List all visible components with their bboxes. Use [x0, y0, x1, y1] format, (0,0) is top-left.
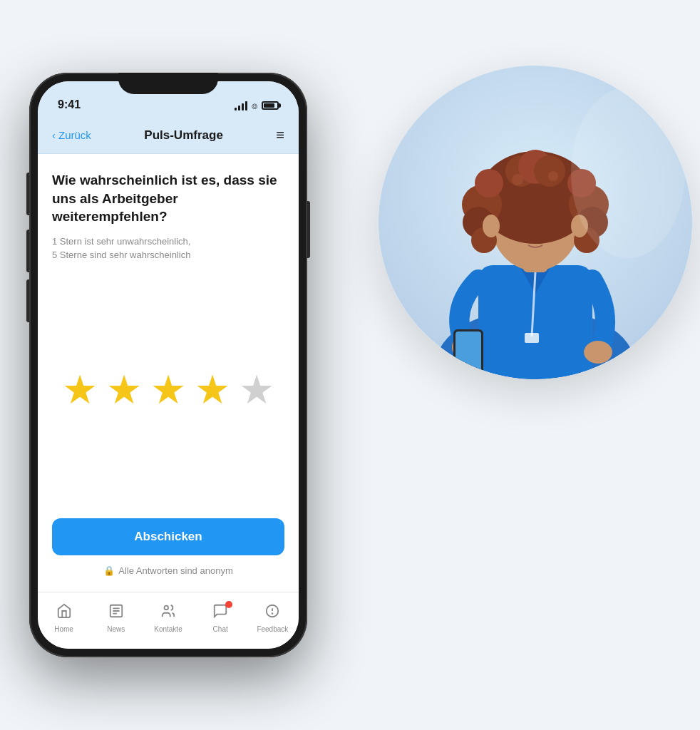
lock-icon: 🔒: [103, 565, 115, 576]
star-3[interactable]: ★: [150, 370, 186, 410]
home-icon: [56, 603, 72, 623]
star-rating[interactable]: ★ ★ ★ ★ ★: [62, 370, 274, 410]
tab-chat-label: Chat: [213, 625, 228, 633]
svg-point-42: [571, 87, 685, 258]
feedback-icon: [264, 603, 280, 623]
person-image: [379, 66, 692, 379]
star-4[interactable]: ★: [195, 370, 230, 410]
scene: 9:41 ⌾ ‹ Zurück Puls-Umfrage: [29, 23, 671, 707]
star-5[interactable]: ★: [239, 370, 274, 410]
star-2[interactable]: ★: [106, 370, 142, 410]
tab-news-label: News: [107, 625, 125, 633]
star-1[interactable]: ★: [62, 370, 98, 410]
svg-point-30: [475, 169, 503, 197]
chat-icon: [212, 603, 228, 623]
chat-badge: [225, 601, 232, 608]
submit-button[interactable]: Abschicken: [52, 518, 284, 555]
svg-point-18: [584, 341, 612, 364]
svg-point-4: [164, 605, 168, 610]
question-subtitle: 1 Stern ist sehr unwahrscheinlich, 5 Ste…: [52, 235, 284, 262]
stars-area: ★ ★ ★ ★ ★: [52, 262, 284, 518]
news-icon: [108, 603, 124, 623]
tab-bar: Home News: [38, 592, 299, 649]
anon-notice: 🔒 Alle Antworten sind anonym: [52, 565, 284, 576]
tab-home-label: Home: [54, 625, 73, 633]
tab-feedback[interactable]: Feedback: [251, 603, 294, 633]
status-time: 9:41: [58, 98, 81, 111]
tab-kontakte[interactable]: Kontakte: [147, 603, 190, 633]
status-icons: ⌾: [235, 100, 279, 111]
wifi-icon: ⌾: [252, 100, 257, 111]
phone-screen: 9:41 ⌾ ‹ Zurück Puls-Umfrage: [38, 81, 299, 649]
kontakte-icon: [160, 603, 176, 623]
tab-feedback-label: Feedback: [257, 625, 288, 633]
signal-icon: [235, 101, 247, 110]
menu-icon[interactable]: ≡: [276, 127, 284, 143]
question-title: Wie wahrscheinlich ist es, dass sie uns …: [52, 171, 284, 226]
phone-notch: [118, 73, 218, 94]
svg-point-38: [512, 174, 523, 185]
tab-chat[interactable]: Chat: [199, 603, 242, 633]
chevron-left-icon: ‹: [52, 129, 56, 141]
page-title: Puls-Umfrage: [144, 128, 223, 143]
svg-rect-14: [525, 333, 539, 343]
main-content: Wie wahrscheinlich ist es, dass sie uns …: [38, 154, 299, 592]
tab-news[interactable]: News: [95, 603, 138, 633]
svg-point-39: [548, 171, 558, 181]
svg-point-7: [272, 613, 273, 614]
battery-icon: [262, 101, 279, 110]
back-label: Zurück: [58, 129, 91, 141]
svg-point-37: [534, 155, 565, 187]
back-button[interactable]: ‹ Zurück: [52, 129, 91, 141]
tab-kontakte-label: Kontakte: [154, 625, 182, 633]
nav-bar: ‹ Zurück Puls-Umfrage ≡: [38, 117, 299, 154]
tab-home[interactable]: Home: [43, 603, 86, 633]
svg-point-40: [483, 215, 500, 237]
phone-frame: 9:41 ⌾ ‹ Zurück Puls-Umfrage: [29, 73, 307, 657]
anon-text-label: Alle Antworten sind anonym: [118, 565, 232, 576]
svg-rect-17: [455, 331, 481, 377]
